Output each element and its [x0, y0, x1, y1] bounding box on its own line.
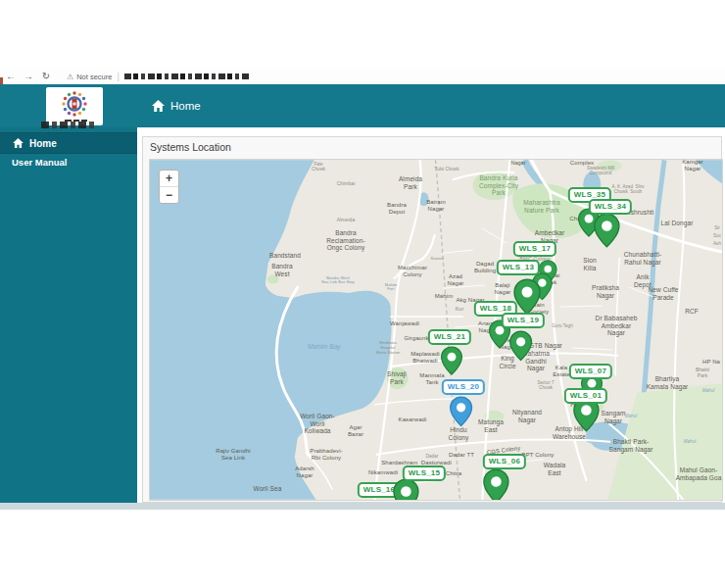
map-marker-label[interactable]: WLS_06 [483, 454, 526, 469]
browser-forward-button[interactable]: → [22, 69, 35, 84]
map-marker-layer: WLS_16WLS_35WLS_34WLS_17WLS_13WLS_18WLS_… [150, 160, 722, 500]
home-icon [152, 100, 165, 112]
header-nav-home[interactable]: Home [152, 84, 201, 127]
content-panel: Systems Location [142, 136, 722, 503]
browser-reload-button[interactable]: ↻ [39, 69, 53, 84]
home-icon [13, 138, 24, 148]
map-marker-label[interactable]: WLS_20 [442, 379, 485, 395]
sidebar-home-label: Home [29, 138, 57, 149]
map-marker-label[interactable]: WLS_13 [497, 260, 540, 275]
map-marker-label[interactable]: WLS_07 [569, 364, 612, 379]
map-marker-pin[interactable] [593, 213, 621, 248]
zoom-out-button[interactable]: − [160, 187, 178, 203]
zoom-in-button[interactable]: + [160, 171, 178, 187]
window-bottom-strip [0, 503, 725, 510]
page: ← → ↻ ⚠ Not secure | [0, 0, 725, 588]
map-marker-label[interactable]: WLS_17 [513, 241, 556, 257]
logo-emblem-icon [53, 89, 96, 124]
browser-toolbar: ← → ↻ ⚠ Not secure | [0, 69, 725, 85]
map-marker-pin[interactable] [392, 478, 420, 501]
map-marker-pin[interactable] [482, 468, 510, 501]
app-logo [46, 87, 103, 125]
redacted-text [41, 122, 94, 128]
map-marker-label[interactable]: WLS_34 [589, 199, 632, 215]
sidebar-item-user-manual[interactable]: User Manual [0, 154, 137, 171]
map-marker-pin[interactable] [449, 396, 473, 427]
page-title: Systems Location [150, 141, 231, 153]
map-marker-label[interactable]: WLS_19 [502, 313, 545, 328]
sidebar-user-manual-label: User Manual [12, 157, 68, 168]
sidebar-item-home[interactable]: Home [0, 132, 137, 154]
header-home-label: Home [170, 100, 201, 112]
browser-back-button[interactable]: ← [4, 69, 18, 84]
map-marker-label[interactable]: WLS_01 [564, 388, 607, 404]
map-marker-pin[interactable] [508, 330, 533, 362]
warning-icon: ⚠ [67, 73, 73, 81]
map-marker-pin[interactable] [440, 346, 463, 375]
address-bar-redacted-url[interactable] [124, 74, 250, 79]
map-marker-label[interactable]: WLS_15 [403, 466, 446, 481]
sidebar: Home User Manual [0, 127, 137, 503]
app-header: Home [0, 84, 725, 127]
url-separator: | [117, 72, 119, 81]
map-canvas[interactable]: Almeida ParkBandra DepotBairam NagarChim… [149, 159, 723, 501]
map-marker-label[interactable]: WLS_21 [428, 329, 471, 345]
map-zoom-control: + − [159, 170, 179, 204]
not-secure-label: Not secure [76, 73, 112, 81]
